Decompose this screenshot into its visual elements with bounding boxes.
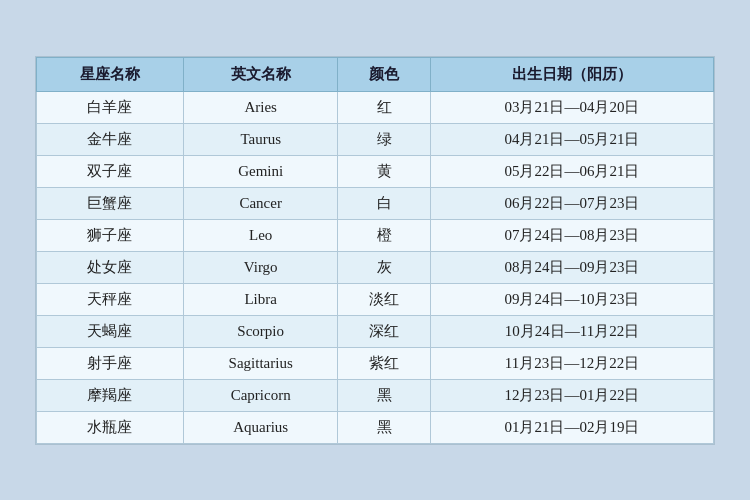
cell-color: 白: [338, 187, 431, 219]
cell-english-name: Aquarius: [183, 411, 338, 443]
cell-chinese-name: 摩羯座: [37, 379, 184, 411]
table-body: 白羊座Aries红03月21日—04月20日金牛座Taurus绿04月21日—0…: [37, 91, 714, 443]
header-english-name: 英文名称: [183, 57, 338, 91]
cell-color: 深红: [338, 315, 431, 347]
cell-chinese-name: 处女座: [37, 251, 184, 283]
cell-english-name: Virgo: [183, 251, 338, 283]
header-chinese-name: 星座名称: [37, 57, 184, 91]
cell-color: 黑: [338, 411, 431, 443]
cell-color: 橙: [338, 219, 431, 251]
cell-english-name: Libra: [183, 283, 338, 315]
cell-color: 黄: [338, 155, 431, 187]
cell-dates: 06月22日—07月23日: [430, 187, 713, 219]
cell-english-name: Gemini: [183, 155, 338, 187]
cell-dates: 03月21日—04月20日: [430, 91, 713, 123]
cell-chinese-name: 白羊座: [37, 91, 184, 123]
cell-english-name: Sagittarius: [183, 347, 338, 379]
table-header-row: 星座名称 英文名称 颜色 出生日期（阳历）: [37, 57, 714, 91]
table-row: 狮子座Leo橙07月24日—08月23日: [37, 219, 714, 251]
cell-dates: 10月24日—11月22日: [430, 315, 713, 347]
zodiac-table-container: 星座名称 英文名称 颜色 出生日期（阳历） 白羊座Aries红03月21日—04…: [35, 56, 715, 445]
cell-dates: 12月23日—01月22日: [430, 379, 713, 411]
cell-dates: 07月24日—08月23日: [430, 219, 713, 251]
table-row: 巨蟹座Cancer白06月22日—07月23日: [37, 187, 714, 219]
cell-dates: 04月21日—05月21日: [430, 123, 713, 155]
table-row: 射手座Sagittarius紫红11月23日—12月22日: [37, 347, 714, 379]
table-row: 金牛座Taurus绿04月21日—05月21日: [37, 123, 714, 155]
table-row: 天蝎座Scorpio深红10月24日—11月22日: [37, 315, 714, 347]
cell-dates: 01月21日—02月19日: [430, 411, 713, 443]
table-row: 水瓶座Aquarius黑01月21日—02月19日: [37, 411, 714, 443]
cell-english-name: Capricorn: [183, 379, 338, 411]
cell-dates: 11月23日—12月22日: [430, 347, 713, 379]
cell-chinese-name: 金牛座: [37, 123, 184, 155]
cell-chinese-name: 射手座: [37, 347, 184, 379]
cell-chinese-name: 狮子座: [37, 219, 184, 251]
table-row: 摩羯座Capricorn黑12月23日—01月22日: [37, 379, 714, 411]
cell-dates: 09月24日—10月23日: [430, 283, 713, 315]
table-row: 处女座Virgo灰08月24日—09月23日: [37, 251, 714, 283]
header-color: 颜色: [338, 57, 431, 91]
cell-english-name: Leo: [183, 219, 338, 251]
cell-chinese-name: 双子座: [37, 155, 184, 187]
table-row: 天秤座Libra淡红09月24日—10月23日: [37, 283, 714, 315]
cell-color: 淡红: [338, 283, 431, 315]
cell-dates: 05月22日—06月21日: [430, 155, 713, 187]
cell-english-name: Taurus: [183, 123, 338, 155]
cell-english-name: Scorpio: [183, 315, 338, 347]
zodiac-table: 星座名称 英文名称 颜色 出生日期（阳历） 白羊座Aries红03月21日—04…: [36, 57, 714, 444]
cell-chinese-name: 天蝎座: [37, 315, 184, 347]
cell-color: 红: [338, 91, 431, 123]
cell-chinese-name: 天秤座: [37, 283, 184, 315]
cell-color: 黑: [338, 379, 431, 411]
table-row: 白羊座Aries红03月21日—04月20日: [37, 91, 714, 123]
table-row: 双子座Gemini黄05月22日—06月21日: [37, 155, 714, 187]
cell-chinese-name: 巨蟹座: [37, 187, 184, 219]
cell-chinese-name: 水瓶座: [37, 411, 184, 443]
cell-dates: 08月24日—09月23日: [430, 251, 713, 283]
cell-color: 灰: [338, 251, 431, 283]
header-birthdate: 出生日期（阳历）: [430, 57, 713, 91]
cell-color: 紫红: [338, 347, 431, 379]
cell-english-name: Cancer: [183, 187, 338, 219]
cell-english-name: Aries: [183, 91, 338, 123]
cell-color: 绿: [338, 123, 431, 155]
